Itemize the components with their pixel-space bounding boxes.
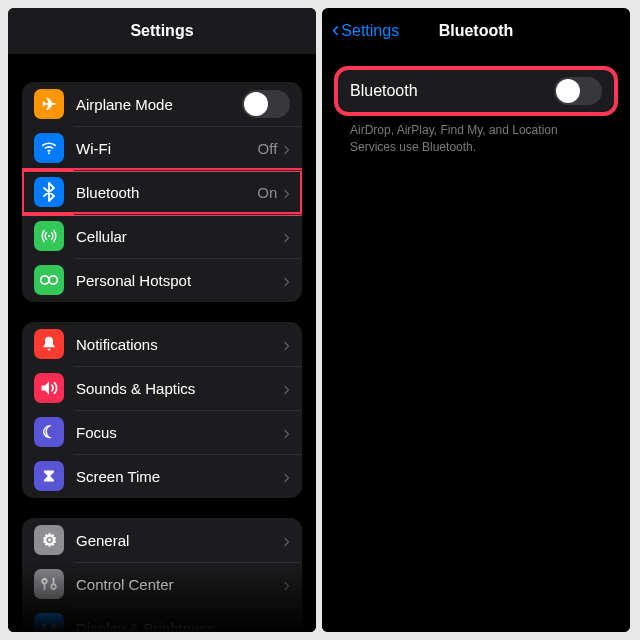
- settings-row-sounds-haptics[interactable]: Sounds & Haptics›: [22, 366, 302, 410]
- notifications-icon: [34, 329, 64, 359]
- row-label: General: [76, 532, 283, 549]
- chevron-right-icon: ›: [283, 618, 290, 632]
- settings-screen: Settings ✈Airplane ModeWi-FiOff›Bluetoot…: [8, 8, 316, 632]
- settings-group: ✈Airplane ModeWi-FiOff›BluetoothOn›Cellu…: [22, 82, 302, 302]
- back-label: Settings: [341, 22, 399, 40]
- settings-row-control-center[interactable]: Control Center›: [22, 562, 302, 606]
- settings-title: Settings: [130, 22, 193, 40]
- wifi-icon: [34, 133, 64, 163]
- chevron-right-icon: ›: [283, 334, 290, 354]
- settings-list[interactable]: ✈Airplane ModeWi-FiOff›BluetoothOn›Cellu…: [8, 54, 316, 632]
- cellular-icon: [34, 221, 64, 251]
- svg-point-1: [48, 235, 50, 237]
- settings-row-notifications[interactable]: Notifications›: [22, 322, 302, 366]
- chevron-right-icon: ›: [283, 182, 290, 202]
- settings-row-airplane-mode[interactable]: ✈Airplane Mode: [22, 82, 302, 126]
- settings-row-bluetooth[interactable]: BluetoothOn›: [22, 170, 302, 214]
- row-label: Personal Hotspot: [76, 272, 283, 289]
- row-label: Display & Brightness: [76, 620, 283, 633]
- row-label: Airplane Mode: [76, 96, 242, 113]
- settings-row-display-brightness[interactable]: AADisplay & Brightness›: [22, 606, 302, 632]
- row-label: Focus: [76, 424, 283, 441]
- svg-point-2: [41, 276, 49, 284]
- svg-point-3: [49, 276, 57, 284]
- display-icon: AA: [34, 613, 64, 632]
- bluetooth-toggle[interactable]: [554, 77, 602, 105]
- settings-group: Notifications›Sounds & Haptics›☾Focus›⧗S…: [22, 322, 302, 498]
- svg-point-0: [48, 152, 50, 154]
- settings-row-focus[interactable]: ☾Focus›: [22, 410, 302, 454]
- bluetooth-screen: ‹ Settings Bluetooth Bluetooth AirDrop, …: [322, 8, 630, 632]
- chevron-right-icon: ›: [283, 270, 290, 290]
- controlcenter-icon: [34, 569, 64, 599]
- row-label: Notifications: [76, 336, 283, 353]
- settings-row-cellular[interactable]: Cellular›: [22, 214, 302, 258]
- bluetooth-toggle-row[interactable]: Bluetooth: [336, 68, 616, 114]
- row-label: Control Center: [76, 576, 283, 593]
- svg-point-5: [42, 579, 47, 584]
- settings-row-wi-fi[interactable]: Wi-FiOff›: [22, 126, 302, 170]
- row-value: Off: [258, 140, 278, 157]
- row-value: On: [257, 184, 277, 201]
- row-label: Sounds & Haptics: [76, 380, 283, 397]
- sounds-icon: [34, 373, 64, 403]
- settings-row-general[interactable]: ⚙General›: [22, 518, 302, 562]
- hotspot-icon: [34, 265, 64, 295]
- settings-row-personal-hotspot[interactable]: Personal Hotspot›: [22, 258, 302, 302]
- svg-point-7: [51, 584, 56, 589]
- row-label: Cellular: [76, 228, 283, 245]
- bluetooth-body: Bluetooth AirDrop, AirPlay, Find My, and…: [322, 54, 630, 632]
- bluetooth-toggle-group: Bluetooth: [336, 68, 616, 114]
- back-button[interactable]: ‹ Settings: [332, 21, 399, 41]
- screentime-icon: ⧗: [34, 461, 64, 491]
- settings-header: Settings: [8, 8, 316, 54]
- row-label: Wi-Fi: [76, 140, 258, 157]
- bluetooth-footer-note: AirDrop, AirPlay, Find My, and Location …: [336, 114, 616, 156]
- row-label: Screen Time: [76, 468, 283, 485]
- chevron-right-icon: ›: [283, 378, 290, 398]
- toggle[interactable]: [242, 90, 290, 118]
- bluetooth-row-label: Bluetooth: [350, 82, 554, 100]
- chevron-right-icon: ›: [283, 466, 290, 486]
- bluetooth-icon: [34, 177, 64, 207]
- chevron-right-icon: ›: [283, 226, 290, 246]
- focus-icon: ☾: [34, 417, 64, 447]
- chevron-right-icon: ›: [283, 530, 290, 550]
- row-label: Bluetooth: [76, 184, 257, 201]
- chevron-left-icon: ‹: [332, 19, 339, 41]
- chevron-right-icon: ›: [283, 138, 290, 158]
- general-icon: ⚙: [34, 525, 64, 555]
- bluetooth-header: ‹ Settings Bluetooth: [322, 8, 630, 54]
- settings-row-screen-time[interactable]: ⧗Screen Time›: [22, 454, 302, 498]
- chevron-right-icon: ›: [283, 574, 290, 594]
- chevron-right-icon: ›: [283, 422, 290, 442]
- airplane-icon: ✈: [34, 89, 64, 119]
- settings-group: ⚙General›Control Center›AADisplay & Brig…: [22, 518, 302, 632]
